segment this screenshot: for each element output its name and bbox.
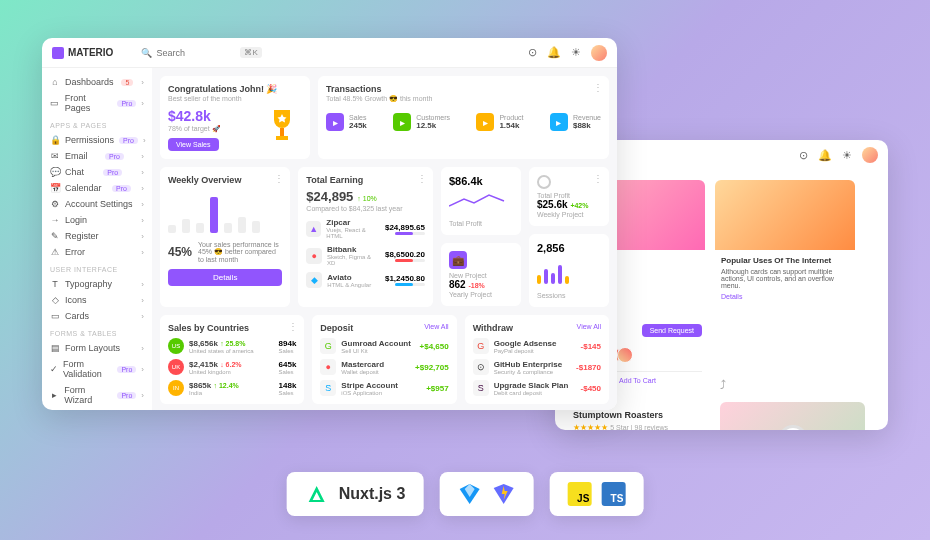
sidebar-item[interactable]: ▭Front PagesPro› (50, 90, 144, 116)
withdraw-amount: -$145 (581, 342, 601, 351)
sidebar-item[interactable]: ✉EmailPro› (50, 148, 144, 164)
share-icon[interactable]: ⤴ (720, 378, 726, 392)
chart-bar (252, 221, 260, 233)
user-avatar[interactable] (591, 45, 607, 61)
card-menu-icon[interactable]: ⋮ (593, 82, 603, 93)
withdraw-card: View All Withdraw GGoogle AdsensePayPal … (465, 315, 609, 404)
main-content: Congratulations John! 🎉 Best seller of t… (152, 68, 617, 410)
mini1-label: Total Profit (449, 220, 513, 227)
earning-icon: ● (306, 248, 322, 264)
notification-icon[interactable]: 🔔 (547, 46, 561, 60)
mini2-sub: Weekly Project (537, 211, 601, 218)
sidebar-item-label: Login (65, 215, 87, 225)
withdraw-icon: S (473, 380, 489, 396)
search-input[interactable] (156, 48, 236, 58)
withdraw-amount: -$1870 (576, 363, 601, 372)
logo-icon (52, 47, 64, 59)
sessions-chart (537, 262, 601, 284)
sidebar-item[interactable]: TTypography› (50, 276, 144, 292)
mini2-value: $25.6k (537, 199, 568, 210)
viewall-link[interactable]: View All (424, 323, 448, 330)
sidebar-item[interactable]: ▤Form Layouts› (50, 340, 144, 356)
chart-bar (224, 223, 232, 233)
sidebar-item[interactable]: 📅CalendarPro› (50, 180, 144, 196)
github-icon[interactable]: ⊙ (796, 148, 810, 162)
sidebar-item-label: Front Pages (65, 93, 113, 113)
sidebar-item[interactable]: ⚙Account Settings› (50, 196, 144, 212)
send-request-button[interactable]: Send Request (642, 324, 702, 337)
view-sales-button[interactable]: View Sales (168, 138, 219, 151)
dashboard-window: MATERIO 🔍 ⌘K ⊙ 🔔 ☀ ⌂Dashboards5›▭Front P… (42, 38, 617, 410)
sidebar-item[interactable]: ▭Cards› (50, 308, 144, 324)
chevron-right-icon: › (143, 136, 146, 145)
watch-card[interactable] (720, 402, 865, 430)
country-sales: 645kSales (279, 360, 297, 375)
viewall-link[interactable]: View All (577, 323, 601, 330)
trophy-icon (262, 106, 302, 146)
sidebar-badge: Pro (117, 392, 136, 399)
card-image (715, 180, 855, 250)
popular-card[interactable]: Popular Uses Of The Internet Although ca… (715, 180, 855, 306)
mini4-label: Sessions (537, 292, 601, 299)
top-actions: ⊙ 🔔 ☀ (525, 45, 607, 61)
tech-badges: Nuxt.js 3 JS TS (287, 472, 644, 516)
mini2-growth: +42% (570, 202, 588, 209)
trans-value: $88k (573, 121, 591, 130)
card-menu-icon[interactable]: ⋮ (593, 173, 603, 184)
earning-title: Total Earning (306, 175, 425, 185)
deposit-amount: +$92,705 (415, 363, 449, 372)
search-bar[interactable]: 🔍 ⌘K (121, 47, 517, 58)
notification-icon[interactable]: 🔔 (818, 148, 832, 162)
country-name: United kingdom (189, 369, 242, 375)
sidebar-item[interactable]: 🔒PermissionsPro› (50, 132, 144, 148)
country-sales: 148kSales (279, 381, 297, 396)
sidebar-item-label: Error (65, 247, 85, 257)
chart-bar (238, 217, 246, 233)
earning-name: Bitbank (327, 245, 380, 254)
transactions-card: ⋮ Transactions Total 48.5% Growth 😎 this… (318, 76, 609, 159)
github-icon[interactable]: ⊙ (525, 46, 539, 60)
congrats-card: Congratulations John! 🎉 Best seller of t… (160, 76, 310, 159)
theme-icon[interactable]: ☀ (569, 46, 583, 60)
sidebar-item-icon: 🔒 (50, 135, 60, 145)
sidebar-item-label: Register (65, 231, 99, 241)
details-button[interactable]: Details (168, 269, 282, 286)
sidebar-item[interactable]: →Login› (50, 212, 144, 228)
sidebar-item[interactable]: 💬ChatPro› (50, 164, 144, 180)
sidebar-item[interactable]: ⌂Dashboards5› (50, 74, 144, 90)
card-menu-icon[interactable]: ⋮ (417, 173, 427, 184)
sidebar-item[interactable]: ◇Icons› (50, 292, 144, 308)
sidebar-item-label: Chat (65, 167, 84, 177)
trans-icon: ▸ (326, 113, 344, 131)
sidebar-item[interactable]: ▸Form WizardPro› (50, 382, 144, 408)
sidebar-item-label: Calendar (65, 183, 102, 193)
earning-value: $8,6500.20 (385, 250, 425, 259)
user-avatar[interactable] (862, 147, 878, 163)
sidebar-item-icon: ✓ (50, 364, 58, 374)
withdraw-name: Upgrade Slack Plan (494, 381, 569, 390)
theme-icon[interactable]: ☀ (840, 148, 854, 162)
trans-value: 245k (349, 121, 367, 130)
trans-icon: ▸ (393, 113, 411, 131)
brand-logo[interactable]: MATERIO (52, 47, 113, 59)
countries-card: ⋮ Sales by Countries US$8,656k ↑ 25.8%Un… (160, 315, 304, 404)
earning-compared: Compared to $84,325 last year (306, 205, 425, 212)
progress-bar (395, 232, 425, 235)
chart-bar (196, 223, 204, 233)
trans-title: Transactions (326, 84, 601, 94)
sidebar-item-icon: 📅 (50, 183, 60, 193)
weekly-card: ⋮ Weekly Overview 45% Your sales perform… (160, 167, 290, 307)
sidebar-item[interactable]: ✎Register› (50, 228, 144, 244)
sidebar-item-label: Form Layouts (65, 343, 120, 353)
sidebar-item[interactable]: ⚠Error› (50, 244, 144, 260)
sidebar-item-label: Account Settings (65, 199, 133, 209)
country-row: UK$2,415k ↓ 6.2%United kingdom645kSales (168, 359, 296, 375)
card-menu-icon[interactable]: ⋮ (288, 321, 298, 332)
mini1-value: $86.4k (449, 175, 513, 187)
sidebar-item[interactable]: ✓Form ValidationPro› (50, 356, 144, 382)
congrats-sub: Best seller of the month (168, 95, 302, 102)
details-link[interactable]: Details (721, 293, 849, 300)
earning-card: ⋮ Total Earning $24,895 ↑ 10% Compared t… (298, 167, 433, 307)
card-menu-icon[interactable]: ⋮ (274, 173, 284, 184)
chevron-right-icon: › (141, 280, 144, 289)
